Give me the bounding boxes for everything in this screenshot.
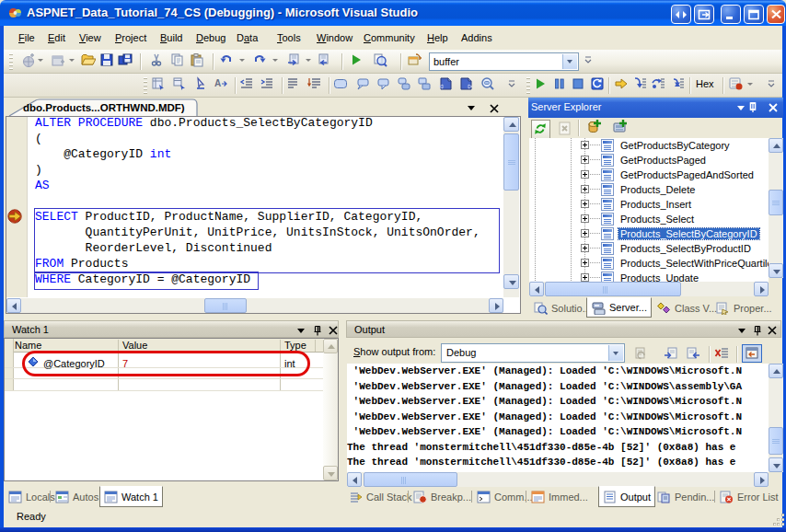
svg-text:A: A	[214, 78, 221, 88]
